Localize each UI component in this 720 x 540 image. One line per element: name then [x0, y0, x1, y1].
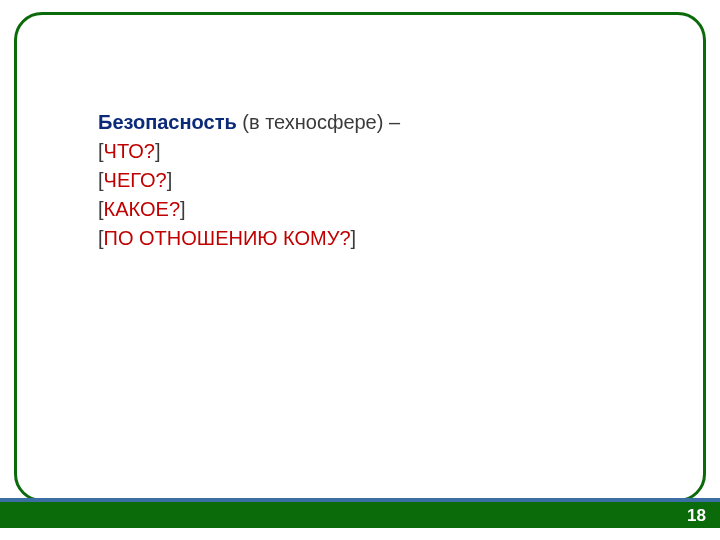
question-word: ЧЕГО? — [104, 169, 167, 191]
close-bracket: ] — [351, 227, 357, 249]
question-word: ЧТО? — [104, 140, 155, 162]
footer-band — [0, 502, 720, 528]
slide-content: Безопасность (в техносфере) – [ЧТО?] [ЧЕ… — [98, 108, 638, 253]
close-bracket: ] — [180, 198, 186, 220]
close-bracket: ] — [155, 140, 161, 162]
question-line-3: [КАКОЕ?] — [98, 195, 638, 224]
title-rest: (в техносфере) – — [237, 111, 400, 133]
question-line-1: [ЧТО?] — [98, 137, 638, 166]
title-line: Безопасность (в техносфере) – — [98, 108, 638, 137]
question-word: ПО ОТНОШЕНИЮ КОМУ? — [104, 227, 351, 249]
question-word: КАКОЕ? — [104, 198, 180, 220]
question-line-2: [ЧЕГО?] — [98, 166, 638, 195]
page-number: 18 — [687, 506, 706, 526]
question-line-4: [ПО ОТНОШЕНИЮ КОМУ?] — [98, 224, 638, 253]
close-bracket: ] — [167, 169, 173, 191]
slide-frame — [14, 12, 706, 502]
title-keyword: Безопасность — [98, 111, 237, 133]
slide: Безопасность (в техносфере) – [ЧТО?] [ЧЕ… — [0, 0, 720, 540]
